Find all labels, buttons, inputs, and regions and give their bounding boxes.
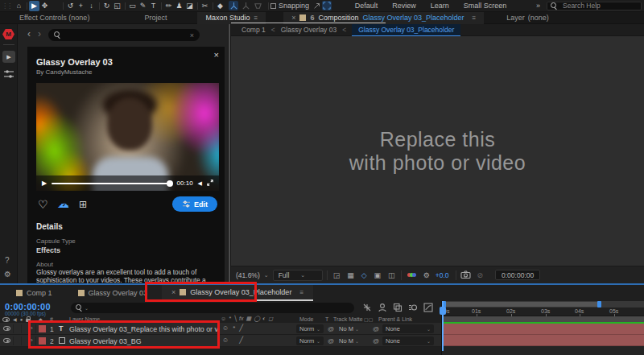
- video-eye-icon[interactable]: [3, 338, 10, 343]
- mini-flowchart-icon[interactable]: [362, 303, 372, 314]
- graph-editor-icon[interactable]: [423, 303, 433, 314]
- layer-name[interactable]: Glassy Overlay 03_BG: [69, 337, 217, 345]
- blend-mode-dropdown[interactable]: Norm⌄: [296, 324, 324, 333]
- favorite-heart-icon[interactable]: ♡: [38, 198, 48, 211]
- region-of-interest-icon[interactable]: ▣: [373, 271, 383, 279]
- selection-tool[interactable]: ▶: [29, 1, 39, 11]
- filters-icon[interactable]: [3, 69, 14, 80]
- quality-icon[interactable]: ╲: [233, 316, 237, 322]
- number-column-header[interactable]: #: [50, 316, 53, 322]
- layer-duration-bar-1[interactable]: [442, 324, 644, 335]
- home-tool[interactable]: ⌂: [14, 1, 24, 11]
- shy-icon[interactable]: ☺: [221, 316, 226, 322]
- motion-blur-icon[interactable]: [408, 303, 418, 314]
- brush-tool[interactable]: ✏: [163, 1, 174, 11]
- playhead-marker[interactable]: [440, 307, 446, 315]
- rotation-tool[interactable]: ↻: [101, 1, 112, 11]
- breadcrumb-glassy-overlay[interactable]: Glassy Overlay 03: [281, 26, 336, 34]
- pen-tool[interactable]: ✎: [138, 1, 148, 11]
- close-icon[interactable]: ×: [171, 288, 175, 296]
- channels-icon[interactable]: [407, 273, 416, 277]
- timeline-search-box[interactable]: ⌄: [71, 303, 354, 313]
- magnification-dropdown[interactable]: (41.6%): [236, 271, 260, 279]
- close-icon[interactable]: ×: [214, 50, 219, 60]
- expander-arrow-icon[interactable]: ›: [31, 324, 33, 332]
- preview-video[interactable]: ▶ 00:10 ◀: [36, 83, 219, 191]
- parent-dropdown[interactable]: None⌄: [382, 336, 434, 345]
- mode-column-header[interactable]: Mode: [299, 316, 314, 322]
- tab-project[interactable]: Project: [136, 12, 175, 24]
- clone-stamp-tool[interactable]: ♟: [174, 1, 184, 11]
- puppet-pin-tool[interactable]: ◆: [215, 1, 225, 11]
- panel-menu-icon[interactable]: ≡: [473, 14, 477, 22]
- tab-effect-controls[interactable]: Effect Controls (none): [11, 12, 97, 24]
- clear-search-icon[interactable]: ×: [190, 31, 194, 39]
- help-icon[interactable]: ?: [5, 256, 10, 265]
- workspace-review[interactable]: Review: [385, 2, 423, 10]
- timeline-tab-glassy-overlay[interactable]: Glassy Overlay 03: [68, 285, 158, 301]
- progress-knob[interactable]: [167, 180, 173, 187]
- maxon-search-input[interactable]: [65, 31, 186, 40]
- add-to-project-icon[interactable]: ⊞: [79, 199, 87, 210]
- more-workspaces-button[interactable]: »: [530, 2, 547, 10]
- parent-dropdown[interactable]: None⌄: [382, 324, 434, 333]
- workspace-small-screen[interactable]: Small Screen: [456, 2, 514, 10]
- panel-menu-icon[interactable]: ≡: [299, 289, 303, 296]
- type-tool[interactable]: T: [148, 1, 159, 11]
- frame-blend-icon[interactable]: ▦: [246, 316, 252, 322]
- panel-grip[interactable]: ⋮⋮: [2, 2, 11, 10]
- panel-menu-icon[interactable]: ≡: [254, 14, 258, 22]
- pan-camera-tool[interactable]: +: [76, 1, 86, 11]
- collapse-icon[interactable]: *: [229, 316, 231, 322]
- work-area-bar[interactable]: [442, 301, 644, 308]
- track-matte-dropdown[interactable]: No M⌄: [336, 324, 362, 333]
- video-eye-icon[interactable]: [3, 326, 10, 331]
- shy-icon[interactable]: [378, 303, 387, 314]
- playhead[interactable]: [442, 301, 444, 351]
- parent-link-column-header[interactable]: Parent & Link: [378, 316, 412, 322]
- edit-button[interactable]: Edit: [172, 196, 217, 212]
- eraser-tool[interactable]: ◪: [184, 1, 195, 11]
- snapping-checkbox[interactable]: [270, 3, 276, 9]
- breadcrumb-placeholder[interactable]: Glassy Overlay 03_Placeholder: [352, 24, 460, 36]
- play-icon[interactable]: ▶: [42, 180, 47, 187]
- local-axis-icon[interactable]: [229, 1, 238, 10]
- orbit-camera-tool[interactable]: ↺: [65, 1, 76, 11]
- pixel-aspect-icon[interactable]: ◫: [386, 271, 397, 279]
- solo-icon[interactable]: ●: [20, 317, 23, 322]
- hand-tool[interactable]: ✥: [39, 1, 50, 11]
- mask-visibility-icon[interactable]: ◇: [360, 271, 369, 279]
- resolution-dropdown[interactable]: Full⌄: [273, 270, 323, 281]
- search-help-input[interactable]: [561, 1, 634, 10]
- layer-label-swatch[interactable]: [39, 325, 46, 332]
- rectangle-tool[interactable]: ▭: [127, 1, 138, 11]
- exposure-gear-icon[interactable]: ⚙: [422, 271, 431, 279]
- forward-arrow-icon[interactable]: ›: [38, 28, 41, 39]
- pan-behind-tool[interactable]: ◱: [112, 1, 122, 11]
- settings-gear-icon[interactable]: ⚙: [4, 270, 11, 279]
- workspace-learn[interactable]: Learn: [423, 2, 456, 10]
- audio-speaker-icon[interactable]: ◀: [13, 316, 17, 322]
- dolly-camera-tool[interactable]: ↓: [86, 1, 97, 11]
- frame-blending-icon[interactable]: [393, 303, 402, 314]
- volume-icon[interactable]: ◀: [198, 180, 202, 187]
- video-progress-bar[interactable]: [52, 183, 171, 184]
- maxon-logo-icon[interactable]: M: [2, 29, 14, 39]
- choose-grid-icon[interactable]: ◲: [332, 271, 342, 279]
- video-eye-icon[interactable]: [2, 317, 10, 322]
- lock-icon[interactable]: [26, 319, 31, 322]
- cube-3d-icon[interactable]: ◻: [268, 316, 273, 322]
- label-column-icon[interactable]: ◆: [39, 316, 43, 322]
- work-area-end-handle[interactable]: [597, 301, 601, 308]
- layer-name-column-header[interactable]: Layer Name: [69, 316, 100, 322]
- layer-label-swatch[interactable]: [39, 337, 46, 345]
- breadcrumb-comp1[interactable]: Comp 1: [242, 26, 266, 34]
- transparency-grid-icon[interactable]: ▦: [345, 271, 356, 279]
- view-axis-icon[interactable]: [253, 1, 262, 10]
- layer-duration-bar-2[interactable]: [442, 335, 644, 346]
- exposure-value[interactable]: +0.0: [436, 271, 449, 279]
- world-axis-icon[interactable]: [241, 1, 250, 10]
- capsule-store-icon[interactable]: ▶: [2, 51, 15, 63]
- layer-switches[interactable]: ☺*╱: [222, 324, 243, 332]
- roto-brush-tool[interactable]: ✂: [200, 1, 210, 11]
